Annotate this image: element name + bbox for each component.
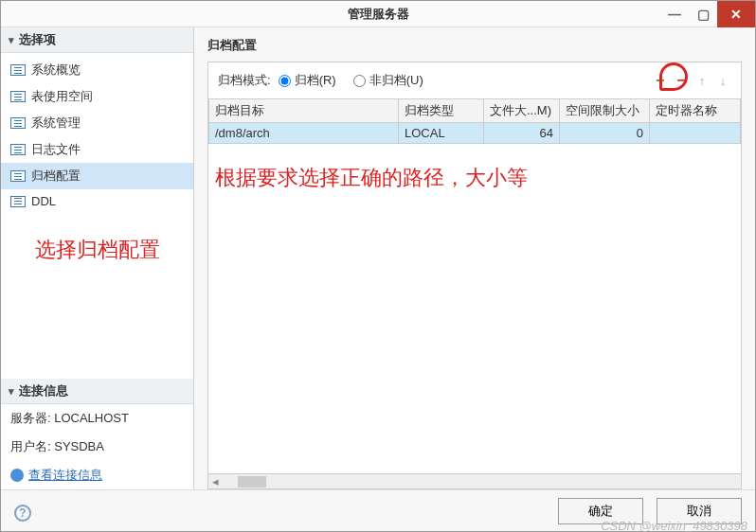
conn-header[interactable]: 连接信息 (1, 379, 193, 404)
col-filesize[interactable]: 文件大...M) (484, 99, 560, 123)
help-button[interactable]: ? (14, 505, 31, 522)
titlebar: 管理服务器 — ▢ ✕ (1, 1, 755, 27)
radio-nonarchive[interactable]: 非归档(U) (353, 72, 423, 89)
server-label: 服务器: LOCALHOST (1, 404, 193, 433)
move-up-button[interactable]: ↑ (693, 72, 711, 89)
cell-type[interactable]: LOCAL (399, 123, 484, 144)
table-wrap: 归档目标 归档类型 文件大...M) 空间限制大小 定时器名称 /dm8/arc… (208, 98, 741, 144)
col-type[interactable]: 归档类型 (399, 99, 484, 123)
h-scrollbar[interactable]: ◂ (208, 473, 741, 488)
user-label: 用户名: SYSDBA (1, 433, 193, 461)
link-icon (10, 469, 24, 482)
options-header[interactable]: 选择项 (1, 27, 193, 53)
sidebar-item-sysadmin[interactable]: 系统管理 (1, 110, 193, 136)
doc-icon (10, 117, 26, 129)
main: 归档配置 归档模式: 归档(R) 非归档(U) + − ↑ ↓ (194, 27, 755, 489)
sidebar-item-logfiles[interactable]: 日志文件 (1, 136, 193, 163)
doc-icon (10, 91, 26, 102)
move-down-button[interactable]: ↓ (714, 72, 731, 89)
page-title: 归档配置 (207, 37, 742, 54)
cell-spacelimit[interactable]: 0 (560, 123, 650, 144)
sidebar: 选择项 系统概览 表使用空间 系统管理 日志文件 归档配置 DDL 连接信息 服… (1, 27, 194, 489)
table-row[interactable]: /dm8/arch LOCAL 64 0 (209, 123, 741, 144)
doc-icon (10, 64, 26, 76)
col-target[interactable]: 归档目标 (209, 99, 399, 123)
table-toolbar: + − ↑ ↓ (652, 72, 731, 89)
cell-target[interactable]: /dm8/arch (209, 123, 399, 144)
cancel-button[interactable]: 取消 (657, 498, 742, 524)
cell-timer[interactable] (650, 123, 741, 144)
dialog-buttons: 确定 取消 (1, 489, 755, 531)
maximize-button[interactable]: ▢ (689, 1, 717, 27)
doc-icon (10, 196, 26, 207)
view-conn-link[interactable]: 查看连接信息 (28, 467, 102, 484)
sidebar-item-overview[interactable]: 系统概览 (1, 57, 193, 83)
doc-icon (10, 144, 26, 155)
col-timer[interactable]: 定时器名称 (650, 99, 741, 123)
window-title: 管理服务器 (348, 7, 409, 21)
mode-label: 归档模式: (218, 72, 271, 89)
view-conn-link-row: 查看连接信息 (1, 461, 193, 489)
doc-icon (10, 170, 26, 182)
close-button[interactable]: ✕ (717, 1, 755, 27)
sidebar-item-ddl[interactable]: DDL (1, 189, 193, 213)
help-row: ? (14, 505, 31, 522)
ok-button[interactable]: 确定 (558, 498, 643, 524)
radio-archive[interactable]: 归档(R) (279, 72, 336, 89)
body: 选择项 系统概览 表使用空间 系统管理 日志文件 归档配置 DDL 连接信息 服… (1, 27, 755, 489)
radio-archive-input[interactable] (279, 75, 291, 87)
scroll-left-icon[interactable]: ◂ (212, 474, 219, 488)
panel-top: 归档模式: 归档(R) 非归档(U) + − ↑ ↓ (208, 62, 741, 98)
cell-filesize[interactable]: 64 (484, 123, 560, 144)
nav-items: 系统概览 表使用空间 系统管理 日志文件 归档配置 DDL (1, 53, 193, 217)
radio-group: 归档(R) 非归档(U) (279, 72, 441, 89)
panel: 归档模式: 归档(R) 非归档(U) + − ↑ ↓ (207, 62, 742, 489)
sidebar-item-archive[interactable]: 归档配置 (1, 163, 193, 189)
minimize-button[interactable]: — (660, 1, 689, 27)
sidebar-item-tablespace[interactable]: 表使用空间 (1, 83, 193, 110)
scroll-thumb[interactable] (238, 476, 266, 488)
archive-table: 归档目标 归档类型 文件大...M) 空间限制大小 定时器名称 /dm8/arc… (208, 98, 741, 144)
window: 管理服务器 — ▢ ✕ 选择项 系统概览 表使用空间 系统管理 日志文件 归档配… (0, 0, 756, 532)
add-row-button[interactable]: + (652, 72, 669, 89)
title-buttons: — ▢ ✕ (660, 1, 755, 27)
radio-nonarchive-input[interactable] (353, 75, 366, 87)
table-header-row: 归档目标 归档类型 文件大...M) 空间限制大小 定时器名称 (209, 99, 741, 123)
col-spacelimit[interactable]: 空间限制大小 (560, 99, 650, 123)
remove-row-button[interactable]: − (673, 72, 690, 89)
